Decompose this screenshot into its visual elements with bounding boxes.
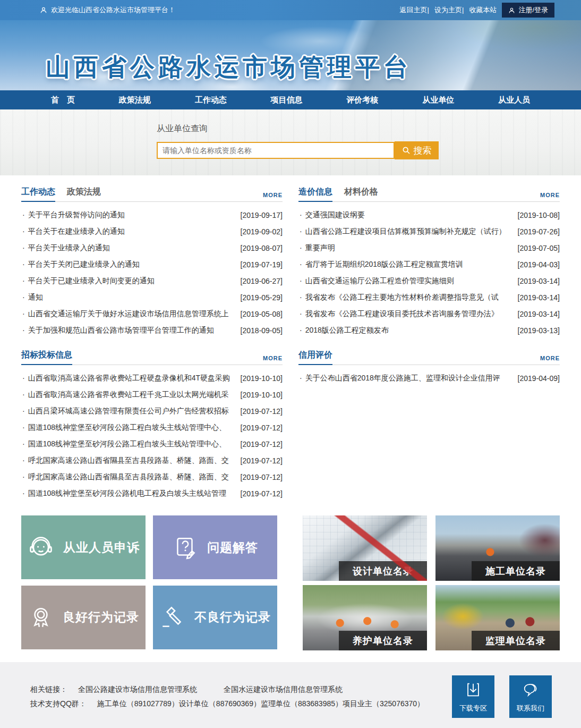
news-item[interactable]: 平台关于已建业绩录入时间变更的通知 [2019-06-27]	[21, 273, 283, 289]
news-date: [2019-07-19]	[241, 260, 283, 269]
design-units-tile[interactable]: 设计单位名录	[303, 515, 427, 581]
search-button[interactable]: 搜索	[395, 141, 439, 159]
construction-units-tile[interactable]: 施工单位名录	[435, 515, 560, 581]
related-links-label: 相关链接：	[30, 685, 67, 695]
news-item[interactable]: 山西省取消高速公路省界收费站工程千兆工业以太网光端机采 [2019-10-10]	[21, 386, 283, 403]
more-link[interactable]: MORE	[263, 192, 283, 201]
news-date: [2019-09-02]	[241, 227, 283, 236]
news-date: [2019-10-10]	[241, 391, 283, 399]
news-date: [2019-03-14]	[518, 293, 560, 302]
nav-item[interactable]: 首 页	[37, 91, 89, 109]
news-item[interactable]: 2018版公路工程定额发布 [2019-03-13]	[298, 322, 560, 338]
bottom-grid: 从业人员申诉 问题解答 良好行为记录	[0, 513, 581, 650]
topbar-link-favorite[interactable]: 收藏本站	[469, 5, 497, 15]
news-item[interactable]: 平台关于关闭已建业绩录入的通知 [2019-07-19]	[21, 256, 283, 273]
site-banner: 山西省公路水运市场管理平台	[0, 20, 581, 90]
more-link[interactable]: MORE	[540, 192, 560, 201]
news-date: [2019-10-10]	[241, 374, 283, 383]
contact-us-button[interactable]: 联系我们	[509, 675, 552, 718]
news-item[interactable]: 重要声明 [2019-07-05]	[298, 240, 560, 256]
news-item[interactable]: 交通强国建设纲要 [2019-10-08]	[298, 207, 560, 223]
news-item[interactable]: 平台关于业绩录入的通知 [2019-08-07]	[21, 240, 283, 256]
footer: 相关链接： 全国公路建设市场信用信息管理系统 全国水运建设市场信用信息管理系统 …	[0, 662, 581, 728]
nav-item[interactable]: 从业单位	[408, 91, 468, 109]
supervision-units-tile[interactable]: 监理单位名录	[435, 585, 560, 650]
search-label: 从业单位查询	[157, 123, 581, 134]
welcome-text: 欢迎光临山西省公路水运市场管理平台！	[51, 5, 175, 15]
news-item[interactable]: 山西省交通运输厅关于做好水运建设市场信用信息管理系统上 [2019-05-08]	[21, 306, 283, 322]
news-item[interactable]: 山西省公路工程建设项目估算概算预算编制补充规定（试行） [2019-07-26]	[298, 223, 560, 240]
more-link[interactable]: MORE	[540, 355, 560, 365]
tab-work-news[interactable]: 工作动态	[21, 187, 55, 202]
news-date: [2019-07-12]	[241, 440, 283, 448]
news-date: [2019-07-12]	[241, 407, 283, 416]
tab-bidding[interactable]: 招标投标信息	[21, 350, 72, 365]
news-list: 关于平台升级暂停访问的通知 [2019-09-17] 平台关于在建业绩录入的通知…	[21, 202, 283, 338]
news-item[interactable]: 国道108线神堂堡至砂河段公路工程白坡头主线站管理中心、 [2019-07-12…	[21, 419, 283, 436]
news-item[interactable]: 山西省交通运输厅公路工程造价管理实施细则 [2019-03-14]	[298, 273, 560, 289]
medal-icon	[28, 604, 54, 631]
news-item[interactable]: 山西吕梁环城高速公路管理有限责任公司户外广告经营权招标 [2019-07-12]	[21, 403, 283, 419]
topbar-link-home[interactable]: 返回主页|	[400, 5, 429, 15]
headset-icon	[27, 534, 55, 561]
news-item[interactable]: 呼北国家高速公路山西省隰县至吉县段路基、桥隧、路面、交 [2019-07-12]	[21, 469, 283, 485]
topbar: 欢迎光临山西省公路水运市场管理平台！ 返回主页| 设为主页| 收藏本站 注册/登…	[0, 0, 581, 20]
nav-item[interactable]: 工作动态	[181, 91, 241, 109]
maintenance-units-tile[interactable]: 养护单位名录	[303, 585, 427, 650]
news-date: [2019-07-05]	[518, 244, 560, 252]
news-item[interactable]: 省厅将于近期组织2018版公路工程定额宣贯培训 [2019-04-03]	[298, 256, 560, 273]
tile-caption: 监理单位名录	[472, 631, 560, 650]
footer-link-highway-credit[interactable]: 全国公路建设市场信用信息管理系统	[78, 685, 197, 695]
news-date: [2019-04-09]	[518, 374, 560, 383]
section-cost-info: 造价信息 材料价格 MORE 交通强国建设纲要 [2019-10-08]	[298, 187, 560, 338]
download-icon	[464, 681, 482, 699]
search-icon	[402, 146, 411, 155]
tile-caption: 养护单位名录	[339, 631, 427, 650]
more-link[interactable]: MORE	[263, 355, 283, 365]
appeal-block[interactable]: 从业人员申诉	[21, 515, 146, 579]
news-date: [2019-03-14]	[518, 310, 560, 318]
news-date: [2019-09-17]	[241, 211, 283, 219]
search-strip: 从业单位查询 搜索	[0, 109, 581, 175]
news-date: [2019-05-29]	[241, 293, 283, 302]
question-doc-icon	[172, 534, 199, 561]
tile-caption: 施工单位名录	[472, 561, 560, 581]
tab-credit[interactable]: 信用评价	[298, 350, 332, 365]
news-date: [2019-06-27]	[241, 277, 283, 285]
news-item[interactable]: 国道108线神堂堡至砂河段公路机电工程及白坡头主线站管理 [2019-07-12…	[21, 485, 283, 502]
bad-record-block[interactable]: 不良行为记录	[153, 586, 277, 649]
search-input[interactable]	[157, 142, 395, 159]
gavel-icon	[159, 604, 186, 631]
tab-material-price[interactable]: 材料价格	[344, 187, 378, 201]
news-item[interactable]: 我省发布《公路工程主要地方性材料价差调整指导意见（试 [2019-03-14]	[298, 289, 560, 306]
nav-item[interactable]: 政策法规	[105, 91, 165, 109]
news-item[interactable]: 山西省取消高速公路省界收费站工程硬盘录像机和4T硬盘采购 [2019-10-10…	[21, 370, 283, 386]
tab-cost-info[interactable]: 造价信息	[298, 187, 332, 202]
news-item[interactable]: 关于平台升级暂停访问的通知 [2019-09-17]	[21, 207, 283, 223]
qa-block[interactable]: 问题解答	[153, 515, 277, 579]
news-item[interactable]: 平台关于在建业绩录入的通知 [2019-09-02]	[21, 223, 283, 240]
news-item[interactable]: 关于公布山西省2018年度公路施工、监理和设计企业信用评 [2019-04-09…	[298, 370, 560, 386]
register-login-button[interactable]: 注册/登录	[502, 3, 554, 18]
news-item[interactable]: 通知 [2019-05-29]	[21, 289, 283, 306]
chat-bubble-icon	[522, 681, 540, 699]
user-icon	[508, 7, 515, 14]
nav-item[interactable]: 评价考核	[332, 91, 392, 109]
good-record-block[interactable]: 良好行为记录	[21, 586, 146, 649]
news-item[interactable]: 呼北国家高速公路山西省隰县至吉县段路基、桥隧、路面、交 [2019-07-12]	[21, 452, 283, 469]
news-list: 山西省取消高速公路省界收费站工程硬盘录像机和4T硬盘采购 [2019-10-10…	[21, 365, 283, 502]
news-item[interactable]: 关于加强和规范山西省公路市场管理平台管理工作的通知 [2018-09-05]	[21, 322, 283, 338]
news-list: 交通强国建设纲要 [2019-10-08] 山西省公路工程建设项目估算概算预算编…	[298, 202, 560, 338]
news-date: [2019-07-12]	[241, 456, 283, 465]
nav-item[interactable]: 从业人员	[484, 91, 544, 109]
main-nav: 首 页 政策法规 工作动态 项目信息 评价考核 从业单位 从业人员	[0, 90, 581, 109]
news-item[interactable]: 国道108线神堂堡至砂河段公路工程白坡头主线站管理中心、 [2019-07-12…	[21, 436, 283, 452]
topbar-link-sethome[interactable]: 设为主页|	[434, 5, 464, 15]
news-date: [2019-03-14]	[518, 277, 560, 285]
nav-item[interactable]: 项目信息	[257, 91, 316, 109]
footer-link-waterway-credit[interactable]: 全国水运建设市场信用信息管理系统	[224, 685, 343, 695]
download-zone-button[interactable]: 下载专区	[452, 675, 494, 718]
section-credit: 信用评价 MORE 关于公布山西省2018年度公路施工、监理和设计企业信用评 […	[298, 350, 560, 386]
news-item[interactable]: 我省发布《公路工程建设项目委托技术咨询服务管理办法》 [2019-03-14]	[298, 306, 560, 322]
tab-policy[interactable]: 政策法规	[67, 187, 101, 201]
